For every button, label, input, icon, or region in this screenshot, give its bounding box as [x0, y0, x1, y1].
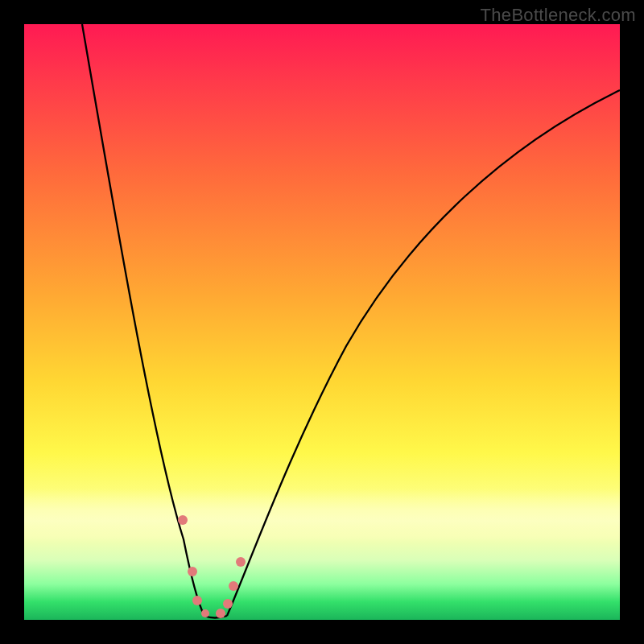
- marker-dot: [229, 581, 238, 591]
- curve-right-branch: [227, 90, 620, 616]
- plot-area: [24, 24, 620, 620]
- marker-dot: [223, 599, 233, 609]
- bottleneck-curve: [24, 24, 620, 620]
- marker-dot: [201, 609, 209, 617]
- marker-dot: [188, 567, 197, 576]
- watermark-text: TheBottleneck.com: [481, 5, 636, 26]
- curve-left-branch: [82, 24, 204, 616]
- marker-dot: [192, 596, 202, 605]
- marker-dot: [236, 557, 246, 567]
- marker-cluster: [178, 515, 246, 618]
- marker-dot: [178, 515, 188, 525]
- marker-dot: [216, 609, 225, 618]
